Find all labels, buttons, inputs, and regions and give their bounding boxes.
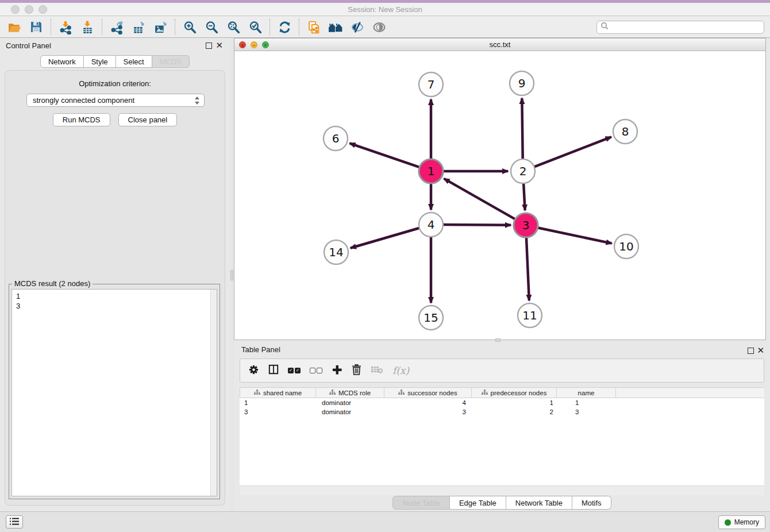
zoom-selected-button[interactable] <box>244 18 266 36</box>
task-history-button[interactable] <box>6 515 23 529</box>
titlebar: Session: New Session <box>0 3 770 16</box>
delete-column-button[interactable] <box>352 364 361 377</box>
table-row[interactable]: 3dominator323 <box>240 407 764 417</box>
edge-3-10[interactable] <box>536 228 612 244</box>
table-settings-button[interactable] <box>248 364 259 377</box>
tab-edge-table[interactable]: Edge Table <box>450 496 506 510</box>
network-graph[interactable]: 7968124314101511 <box>234 51 765 340</box>
unchecked-box-icon <box>317 368 322 373</box>
table-cell[interactable]: 1 <box>472 398 557 407</box>
result-scrollbar[interactable] <box>210 290 217 496</box>
table-cell[interactable]: dominator <box>316 398 384 407</box>
column-header-shared-name[interactable]: shared name <box>240 388 316 398</box>
edge-2-8[interactable] <box>532 137 611 167</box>
edge-3-1[interactable] <box>444 179 518 221</box>
float-table-panel-icon[interactable] <box>748 348 754 354</box>
run-mcds-button[interactable]: Run MCDS <box>53 113 110 126</box>
edge-4-14[interactable] <box>351 228 422 248</box>
node-1[interactable]: 1 <box>419 159 443 183</box>
zoom-out-button[interactable] <box>201 18 222 36</box>
column-header-successor-nodes[interactable]: successor nodes <box>384 388 472 398</box>
table-cell[interactable]: dominator <box>316 407 384 417</box>
create-column-button[interactable] <box>332 364 342 377</box>
tab-network[interactable]: Network <box>40 55 84 68</box>
network-canvas[interactable]: 7968124314101511 <box>234 51 765 340</box>
import-table-button[interactable] <box>76 18 98 36</box>
node-9[interactable]: 9 <box>510 71 534 95</box>
list-icon <box>10 517 19 527</box>
mcds-result-lines: 1 3 <box>16 291 207 311</box>
column-header-predecessor-nodes[interactable]: predecessor nodes <box>472 388 557 398</box>
apply-layout-button[interactable] <box>274 18 295 36</box>
zoom-fit-button[interactable] <box>222 18 244 36</box>
select-all-button[interactable]: ✓✓ <box>288 368 301 373</box>
table-panel-footer <box>240 485 764 495</box>
edge-2-9[interactable] <box>522 98 522 161</box>
unselect-all-button[interactable] <box>310 368 322 373</box>
tab-node-table[interactable]: Node Table <box>392 496 450 510</box>
table-cell[interactable]: 1 <box>240 398 316 407</box>
close-panel-icon[interactable]: ✕ <box>215 40 223 51</box>
tab-motifs[interactable]: Motifs <box>572 496 611 510</box>
node-11[interactable]: 11 <box>518 303 542 327</box>
edge-1-6[interactable] <box>350 143 422 168</box>
node-2[interactable]: 2 <box>511 159 535 183</box>
save-session-button[interactable] <box>25 18 47 36</box>
table-cell[interactable]: 2 <box>472 407 557 417</box>
mcds-result-textarea[interactable]: 1 3 <box>11 289 217 496</box>
network-window-titlebar[interactable]: x – + scc.txt <box>234 38 765 51</box>
open-folder-icon <box>7 20 22 34</box>
node-4[interactable]: 4 <box>419 213 443 237</box>
zoom-in-button[interactable] <box>179 18 201 36</box>
node-15[interactable]: 15 <box>419 306 443 330</box>
node-14[interactable]: 14 <box>324 240 348 264</box>
export-network-button[interactable] <box>106 18 128 36</box>
close-table-panel-icon[interactable]: ✕ <box>757 345 764 356</box>
vizmapper-button[interactable] <box>346 18 368 36</box>
tab-select[interactable]: Select <box>116 55 152 68</box>
table-cell[interactable]: 4 <box>384 398 472 407</box>
table-cell[interactable]: 3 <box>557 407 616 417</box>
search-field[interactable] <box>596 21 764 34</box>
delete-table-button[interactable] <box>371 365 383 376</box>
vertical-splitter[interactable] <box>230 38 234 511</box>
tab-style[interactable]: Style <box>84 55 116 68</box>
open-session-button[interactable] <box>3 18 25 36</box>
node-8[interactable]: 8 <box>613 119 637 144</box>
memory-button-label: Memory <box>734 518 759 526</box>
tab-network-table[interactable]: Network Table <box>506 496 572 510</box>
criterion-dropdown[interactable]: strongly connected component <box>26 94 205 107</box>
table-cell[interactable]: 3 <box>240 407 316 417</box>
float-panel-icon[interactable] <box>206 43 212 49</box>
column-header-MCDS-role[interactable]: MCDS role <box>316 388 384 398</box>
node-6[interactable]: 6 <box>324 126 348 151</box>
import-network-button[interactable] <box>55 18 76 36</box>
tab-mcds[interactable]: MCDS <box>152 55 190 68</box>
edge-3-11[interactable] <box>526 235 529 300</box>
column-type-icon <box>254 390 260 396</box>
horizontal-splitter-grip[interactable] <box>495 338 500 342</box>
node-10[interactable]: 10 <box>614 234 638 259</box>
edge-4-3[interactable] <box>441 225 511 225</box>
search-input[interactable] <box>609 21 760 33</box>
mcds-result-title: MCDS result (2 nodes) <box>12 279 93 288</box>
table-cell[interactable]: 1 <box>557 398 616 407</box>
column-header-label: successor nodes <box>407 390 457 396</box>
memory-button[interactable]: Memory <box>718 515 765 529</box>
splitter-grip[interactable] <box>230 270 233 280</box>
table-cell[interactable]: 3 <box>384 407 472 417</box>
export-image-button[interactable] <box>149 18 171 36</box>
reset-view-button[interactable] <box>325 18 346 36</box>
node-7[interactable]: 7 <box>419 72 443 97</box>
show-column-button[interactable] <box>268 364 279 377</box>
clone-network-button[interactable] <box>303 18 325 36</box>
node-3[interactable]: 3 <box>514 213 538 237</box>
refresh-icon <box>278 20 292 34</box>
show-hide-graphics-button[interactable] <box>368 18 390 36</box>
export-table-button[interactable] <box>128 18 149 36</box>
close-panel-button[interactable]: Close panel <box>118 113 178 126</box>
function-builder-button[interactable]: f(x) <box>392 365 409 376</box>
edge-2-3[interactable] <box>523 181 525 210</box>
column-header-name[interactable]: name <box>557 388 616 398</box>
table-row[interactable]: 1dominator411 <box>240 398 764 407</box>
